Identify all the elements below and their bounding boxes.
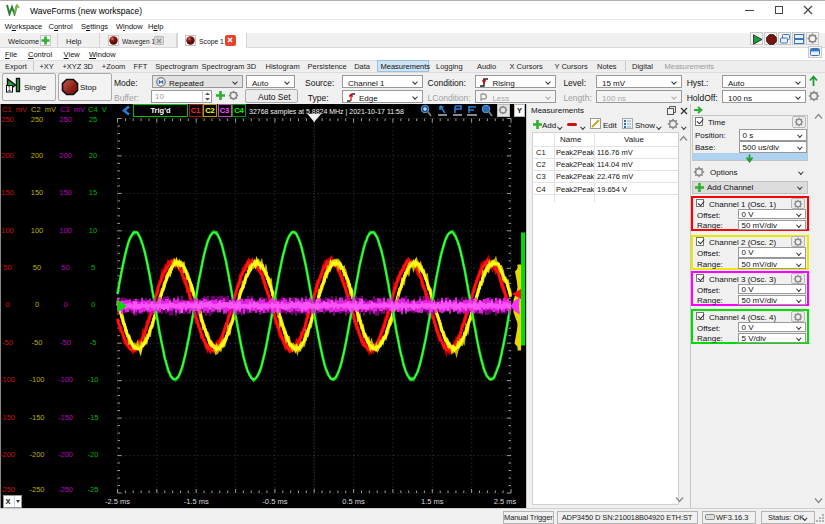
svg-text:1: 1	[8, 85, 12, 92]
